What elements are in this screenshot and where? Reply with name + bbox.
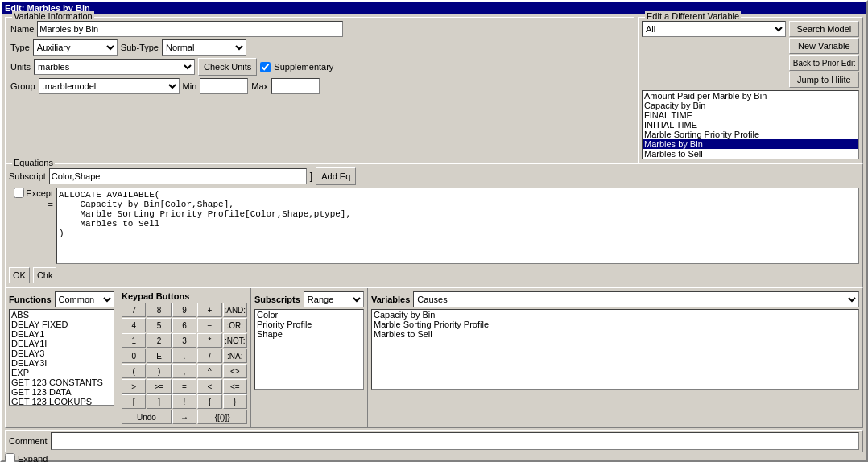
function-item[interactable]: GET 123 LOOKUPS <box>10 397 114 406</box>
group-label: Group <box>10 81 35 91</box>
subscript-item[interactable]: Shape <box>255 329 363 339</box>
supplementary-label: Supplementary <box>274 62 333 72</box>
kp-rparen[interactable]: ) <box>147 364 171 378</box>
kp-plus[interactable]: + <box>197 303 221 317</box>
jump-hilite-button[interactable]: Jump to Hilite <box>789 72 859 88</box>
edit-different-panel: Edit a Different Variable All Search Mod… <box>638 17 863 163</box>
min-label: Min <box>183 81 197 91</box>
search-model-button[interactable]: Search Model <box>789 21 859 37</box>
kp-undo[interactable]: Undo <box>122 410 172 424</box>
subscripts-list[interactable]: Color Priority Profile Shape <box>254 309 364 390</box>
function-item[interactable]: DELAY1I <box>10 339 114 349</box>
expand-checkbox[interactable] <box>5 453 15 462</box>
kp-2[interactable]: 2 <box>147 333 171 348</box>
chk-button[interactable]: Chk <box>33 267 57 283</box>
kp-arrow[interactable]: → <box>172 410 196 424</box>
variable-info-panel: Variable Information Name Type Auxiliary… <box>5 17 634 163</box>
kp-rbrace[interactable]: } <box>223 394 247 409</box>
kp-dot[interactable]: . <box>172 349 196 363</box>
variable-list-item-selected[interactable]: Marbles by Bin <box>643 139 858 149</box>
kp-1[interactable]: 1 <box>122 333 146 348</box>
kp-minus[interactable]: − <box>197 318 221 332</box>
filter-select[interactable]: All <box>642 21 786 37</box>
type-select[interactable]: Auxiliary <box>33 39 118 56</box>
function-item[interactable]: DELAY3 <box>10 349 114 358</box>
kp-rbracket[interactable]: ] <box>147 394 171 409</box>
subscripts-label: Subscripts <box>254 295 300 304</box>
function-item[interactable]: EXP <box>10 368 114 377</box>
causes-select[interactable]: Causes <box>413 291 859 307</box>
variable-list-item[interactable]: Marbles to Sell <box>643 149 858 159</box>
kp-or[interactable]: :OR: <box>223 318 247 332</box>
kp-9[interactable]: 9 <box>172 303 196 317</box>
variables-panel-bottom: Variables Causes Capacity by Bin Marble … <box>368 288 862 427</box>
add-eq-button[interactable]: Add Eq <box>316 167 356 185</box>
kp-eq[interactable]: = <box>172 379 196 394</box>
subscript-item[interactable]: Priority Profile <box>255 320 363 329</box>
kp-8[interactable]: 8 <box>147 303 171 317</box>
back-prior-button[interactable]: Back to Prior Edit <box>789 55 859 71</box>
kp-neq[interactable]: <> <box>223 364 247 378</box>
kp-6[interactable]: 6 <box>172 318 196 332</box>
functions-category-select[interactable]: Common <box>55 291 114 307</box>
variable-item[interactable]: Capacity by Bin <box>372 310 858 320</box>
variable-list-item[interactable]: INITIAL TIME <box>643 120 858 130</box>
comment-panel: Comment <box>5 430 863 452</box>
kp-5[interactable]: 5 <box>147 318 171 332</box>
function-item[interactable]: ABS <box>10 310 114 320</box>
comment-input[interactable] <box>51 432 859 450</box>
check-units-button[interactable]: Check Units <box>198 58 257 76</box>
kp-lparen[interactable]: ( <box>122 364 146 378</box>
variable-list-item[interactable]: FINAL TIME <box>643 110 858 120</box>
kp-4[interactable]: 4 <box>122 318 146 332</box>
subscript-input[interactable] <box>49 168 307 184</box>
supplementary-checkbox[interactable] <box>260 62 271 72</box>
kp-7[interactable]: 7 <box>122 303 146 317</box>
variable-list-item[interactable]: Marble Sorting Priority Profile <box>643 130 858 139</box>
function-item[interactable]: DELAY FIXED <box>10 320 114 329</box>
except-checkbox[interactable] <box>14 188 24 198</box>
equation-editor[interactable]: ALLOCATE AVAILABLE( Capacity by Bin[Colo… <box>56 188 859 264</box>
ok-inline-button[interactable]: OK <box>9 267 30 283</box>
name-input[interactable] <box>37 21 343 37</box>
kp-special[interactable]: {[()]} <box>197 410 247 424</box>
kp-divide[interactable]: / <box>197 349 221 363</box>
kp-lt[interactable]: < <box>197 379 221 394</box>
variable-item[interactable]: Marbles to Sell <box>372 329 858 339</box>
kp-e[interactable]: E <box>147 349 171 363</box>
kp-lbracket[interactable]: [ <box>122 394 146 409</box>
kp-gt[interactable]: > <box>122 379 146 394</box>
kp-multiply[interactable]: * <box>197 333 221 348</box>
function-item[interactable]: DELAY3I <box>10 358 114 368</box>
subtype-select[interactable]: Normal <box>162 39 246 56</box>
kp-0[interactable]: 0 <box>122 349 146 363</box>
kp-not[interactable]: :NOT: <box>223 333 247 348</box>
function-item[interactable]: DELAY1 <box>10 329 114 339</box>
group-select[interactable]: .marblemodel <box>39 78 180 94</box>
new-variable-button[interactable]: New Variable <box>789 38 859 54</box>
kp-excl[interactable]: ! <box>172 394 196 409</box>
variables-list[interactable]: Capacity by Bin Marble Sorting Priority … <box>371 309 859 390</box>
kp-3[interactable]: 3 <box>172 333 196 348</box>
max-input[interactable] <box>271 78 320 94</box>
kp-gte[interactable]: >= <box>147 379 171 394</box>
min-input[interactable] <box>200 78 248 94</box>
functions-panel: Functions Common ABS DELAY FIXED DELAY1 … <box>6 288 118 427</box>
kp-lte[interactable]: <= <box>223 379 247 394</box>
subscripts-range-select[interactable]: Range <box>304 291 364 307</box>
kp-lbrace[interactable]: { <box>197 394 221 409</box>
kp-caret[interactable]: ^ <box>197 364 221 378</box>
function-item[interactable]: GET 123 DATA <box>10 387 114 397</box>
units-select[interactable]: marbles <box>34 59 195 75</box>
kp-and[interactable]: :AND: <box>223 303 247 317</box>
kp-comma[interactable]: , <box>172 364 196 378</box>
variable-list[interactable]: Amount Paid per Marble by Bin Capacity b… <box>642 90 859 159</box>
variable-list-item[interactable]: Capacity by Bin <box>643 101 858 110</box>
keypad-grid: 7 8 9 + :AND: 4 5 6 − :OR: 1 2 3 * :NOT:… <box>122 303 247 424</box>
subscript-item[interactable]: Color <box>255 310 363 320</box>
variable-item[interactable]: Marble Sorting Priority Profile <box>372 320 858 329</box>
function-item[interactable]: GET 123 CONSTANTS <box>10 377 114 387</box>
variable-list-item[interactable]: Amount Paid per Marble by Bin <box>643 91 858 101</box>
kp-na[interactable]: :NA: <box>223 349 247 363</box>
functions-list[interactable]: ABS DELAY FIXED DELAY1 DELAY1I DELAY3 DE… <box>9 309 114 406</box>
